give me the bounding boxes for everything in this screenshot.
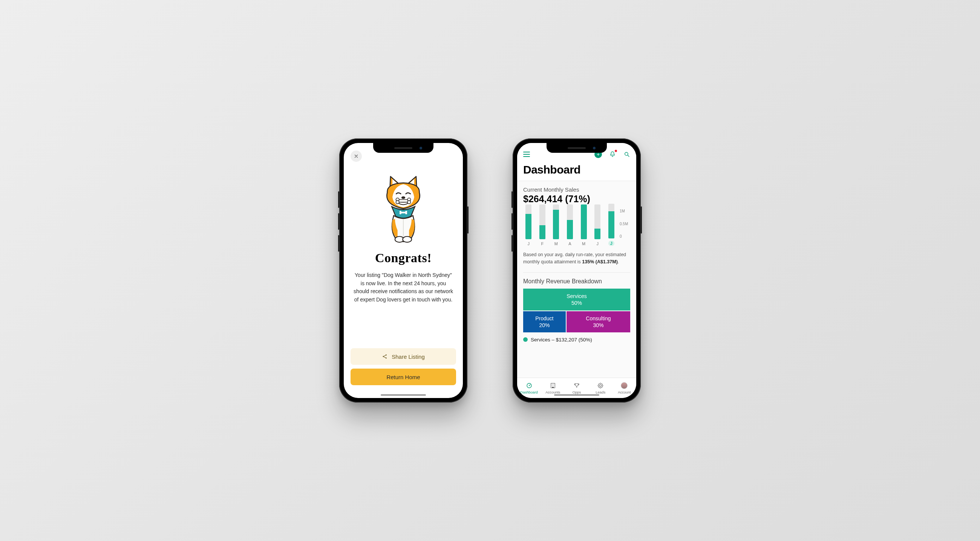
divider	[523, 272, 630, 273]
phone-mockup-dashboard: + Dashboard Current Monthly Sales $264,4…	[512, 139, 641, 402]
home-indicator	[554, 394, 599, 396]
chart-bar: A	[565, 204, 576, 246]
phone-mockup-congrats: Congrats! Your listing "Dog Walker in No…	[339, 139, 468, 402]
chart-bar: F	[537, 204, 548, 246]
sales-label: Current Monthly Sales	[523, 187, 630, 193]
svg-point-3	[396, 201, 399, 204]
runrate-bold: 135% (A$1.37M)	[582, 259, 618, 265]
svg-point-5	[407, 201, 411, 204]
tile-product[interactable]: Product 20%	[523, 311, 566, 332]
tab-label: Account	[618, 390, 631, 394]
notifications-button[interactable]	[608, 150, 617, 158]
svg-point-13	[383, 356, 384, 357]
screen-congrats: Congrats! Your listing "Dog Walker in No…	[344, 143, 463, 398]
chart-x-label: A	[568, 241, 571, 246]
gauge-icon	[525, 382, 533, 389]
dashboard-scroll[interactable]: Current Monthly Sales $264,414 (71%) JFM…	[517, 181, 636, 378]
chart-x-label: J	[528, 241, 530, 246]
tab-label: Opps	[573, 390, 581, 394]
runrate-text: Based on your avg. daily run-rate, your …	[523, 251, 630, 266]
chart-y-axis: 1M 0.5M 0	[620, 208, 630, 246]
return-home-button[interactable]: Return Home	[350, 369, 456, 385]
avatar-icon	[620, 382, 628, 389]
chart-x-label: J	[608, 241, 614, 246]
svg-point-20	[598, 383, 603, 388]
tile-pct: 30%	[593, 322, 603, 328]
dog-illustration	[350, 166, 456, 246]
tile-pct: 20%	[539, 322, 550, 328]
building-icon	[549, 382, 557, 389]
tab-label: Accounts	[546, 390, 560, 394]
tile-label: Product	[535, 315, 553, 321]
share-listing-button[interactable]: Share Listing	[350, 348, 456, 365]
chart-bar: J	[592, 204, 603, 246]
tile-services[interactable]: Services 50%	[523, 289, 630, 311]
search-button[interactable]	[623, 150, 631, 158]
chart-x-label: J	[596, 241, 598, 246]
phone-notch	[373, 143, 433, 153]
breakdown-legend: Services – $132,207 (50%)	[523, 337, 630, 343]
y-tick: 1M	[620, 209, 625, 213]
svg-point-0	[401, 196, 405, 199]
legend-text: Services – $132,207 (50%)	[531, 337, 592, 343]
chart-bar: J	[523, 204, 534, 246]
tile-consulting[interactable]: Consulting 30%	[566, 311, 630, 332]
svg-rect-6	[401, 212, 406, 213]
sales-value: $264,414 (71%)	[523, 193, 630, 204]
chart-bar: J	[606, 204, 617, 246]
tab-label: Leads	[595, 390, 605, 394]
close-button[interactable]	[350, 150, 362, 162]
svg-point-21	[600, 385, 601, 386]
search-icon	[624, 151, 630, 158]
y-tick: 0	[620, 234, 622, 238]
congrats-body: Your listing "Dog Walker in North Sydney…	[350, 271, 456, 304]
screen-dashboard: + Dashboard Current Monthly Sales $264,4…	[517, 143, 636, 398]
runrate-suffix: .	[618, 259, 619, 265]
congrats-title: Congrats!	[350, 251, 456, 265]
svg-point-18	[528, 385, 529, 386]
svg-point-12	[402, 236, 412, 242]
svg-point-14	[386, 354, 387, 356]
tab-label: Dashboard	[520, 390, 538, 394]
share-icon	[382, 354, 388, 359]
close-icon	[353, 153, 359, 159]
tile-label: Consulting	[586, 315, 611, 321]
share-listing-label: Share Listing	[391, 354, 425, 360]
svg-point-10	[405, 212, 407, 214]
tile-pct: 50%	[571, 300, 582, 306]
chart-x-label: M	[582, 241, 585, 246]
tile-label: Services	[566, 293, 587, 299]
notification-dot	[615, 150, 617, 152]
chart-x-label: F	[541, 241, 544, 246]
revenue-treemap: Services 50% Product 20% Consulting 30%	[523, 289, 630, 332]
monthly-sales-chart: JFMAMJJ 1M 0.5M 0	[523, 208, 630, 246]
bell-icon	[609, 151, 616, 158]
target-icon	[597, 382, 604, 389]
legend-swatch-services	[523, 337, 528, 342]
trophy-icon	[573, 382, 581, 389]
chart-x-label: M	[554, 241, 558, 246]
svg-point-15	[386, 357, 387, 359]
menu-button[interactable]	[522, 150, 531, 158]
phone-notch	[547, 143, 607, 153]
tab-dashboard[interactable]: Dashboard	[517, 378, 541, 398]
y-tick: 0.5M	[620, 222, 628, 226]
chart-bar: M	[551, 204, 562, 246]
svg-point-8	[399, 212, 401, 214]
page-title: Dashboard	[517, 160, 636, 181]
return-home-label: Return Home	[387, 374, 420, 380]
home-indicator	[381, 394, 426, 396]
tab-account[interactable]: Account	[612, 378, 636, 398]
chart-bar: M	[578, 204, 589, 246]
breakdown-title: Monthly Revenue Breakdown	[523, 278, 630, 285]
